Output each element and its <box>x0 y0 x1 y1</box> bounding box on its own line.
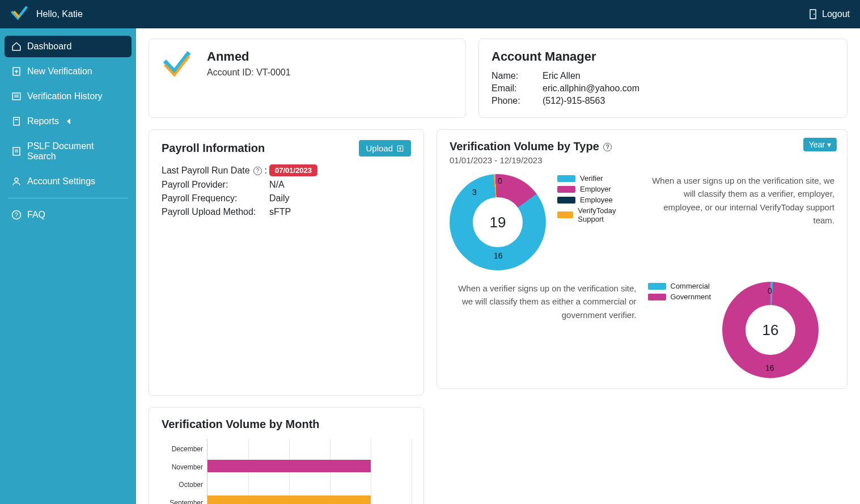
label: Payroll Upload Method: <box>162 207 269 217</box>
label: Email: <box>492 83 543 94</box>
document-icon <box>11 116 22 126</box>
label: Payroll Provider: <box>162 180 269 190</box>
sidebar-item-verification-history[interactable]: Verification History <box>5 86 132 107</box>
sidebar-item-label: New Verification <box>27 66 92 77</box>
value: sFTP <box>269 207 411 217</box>
value: Daily <box>269 193 411 204</box>
volume-by-month-card: Verification Volume by Month 012345Decem… <box>149 407 424 504</box>
help-icon[interactable]: ? <box>253 167 262 175</box>
legend-verifier-type: Commercial Government <box>648 282 711 303</box>
document-search-icon <box>11 146 22 156</box>
sidebar-item-faq[interactable]: ? FAQ <box>5 204 132 226</box>
chevron-left-icon <box>67 118 70 124</box>
card-title: Verification Volume by Type ? <box>450 140 612 153</box>
label: Payroll Frequency: <box>162 193 269 204</box>
year-dropdown[interactable]: Year ▾ <box>803 138 837 151</box>
explain-user-type: When a user signs up on the verification… <box>648 174 835 270</box>
plus-file-icon <box>11 66 22 77</box>
topbar: Hello, Katie Logout <box>0 0 860 28</box>
value: N/A <box>269 180 411 190</box>
help-icon[interactable]: ? <box>603 143 612 151</box>
value: (512)-915-8563 <box>543 96 834 106</box>
sidebar-item-label: Reports <box>27 116 59 126</box>
card-title: Payroll Information <box>162 142 265 155</box>
svg-rect-0 <box>810 10 816 19</box>
donut-label-verifier: 16 <box>494 251 503 260</box>
sidebar: Dashboard New Verification Verification … <box>0 28 136 504</box>
list-icon <box>11 91 22 101</box>
home-icon <box>11 41 22 52</box>
bar-chart: 012345DecemberNovemberOctoberSeptemberAu… <box>162 439 411 504</box>
svg-rect-8 <box>14 117 20 125</box>
sidebar-item-account-settings[interactable]: Account Settings <box>5 171 132 192</box>
label: Name: <box>492 71 543 81</box>
user-icon <box>11 176 22 187</box>
caret-down-icon: ▾ <box>827 140 831 149</box>
label: Phone: <box>492 96 543 106</box>
upload-icon <box>396 145 404 153</box>
logout-button[interactable]: Logout <box>810 9 850 19</box>
donut-verifier-type: 16 0 16 <box>722 282 819 378</box>
sidebar-item-label: Account Settings <box>27 176 95 187</box>
company-name: Anmed <box>207 49 291 64</box>
sidebar-separator <box>8 198 128 198</box>
logo-icon <box>10 5 28 23</box>
donut-total: 19 <box>473 197 523 247</box>
svg-point-1 <box>814 14 815 15</box>
donut-label-employer: 3 <box>472 188 477 197</box>
donut-total: 16 <box>745 305 795 355</box>
explain-verifier-type: When a verifier signs up on the verifica… <box>450 282 637 378</box>
volume-by-type-card: Verification Volume by Type ? Year ▾ 01/… <box>437 129 848 389</box>
sidebar-item-label: Verification History <box>27 91 103 101</box>
sidebar-item-label: PSLF Document Search <box>27 141 125 162</box>
hello-user: Hello, Katie <box>36 9 83 19</box>
sidebar-item-label: Dashboard <box>27 41 71 52</box>
sidebar-item-dashboard[interactable]: Dashboard <box>5 36 132 57</box>
door-icon <box>810 9 819 19</box>
donut-user-type: 19 3 0 16 <box>450 174 546 270</box>
card-title: Account Manager <box>492 49 834 64</box>
payroll-card: Payroll Information Upload Last Payroll … <box>149 129 424 396</box>
value: Eric Allen <box>543 71 834 81</box>
date-range: 01/01/2023 - 12/19/2023 <box>450 155 834 165</box>
company-card: Anmed Account ID: VT-0001 <box>149 39 466 118</box>
value: eric.allphin@yahoo.com <box>543 83 834 94</box>
legend-user-type: Verifier Employer Employee VerifyToday S… <box>557 174 637 226</box>
logo-icon <box>162 49 192 82</box>
svg-text:?: ? <box>15 211 18 218</box>
last-payroll-badge: 07/01/2023 <box>269 164 317 176</box>
label: Last Payroll Run Date ? : <box>162 166 269 176</box>
sidebar-item-reports[interactable]: Reports <box>5 111 132 132</box>
company-account-id: Account ID: VT-0001 <box>207 67 291 78</box>
donut-label-government: 16 <box>765 363 774 372</box>
question-icon: ? <box>11 210 22 220</box>
sidebar-item-label: FAQ <box>27 210 45 220</box>
svg-point-13 <box>15 178 18 181</box>
sidebar-item-pslf[interactable]: PSLF Document Search <box>5 135 132 167</box>
donut-label-support: 0 <box>498 176 502 185</box>
card-title: Verification Volume by Month <box>162 418 411 431</box>
donut-label-commercial: 0 <box>768 286 772 295</box>
main-content: Anmed Account ID: VT-0001 Account Manage… <box>136 28 860 504</box>
account-manager-card: Account Manager Name: Eric Allen Email: … <box>478 39 848 118</box>
upload-button[interactable]: Upload <box>359 140 411 156</box>
sidebar-item-new-verification[interactable]: New Verification <box>5 61 132 82</box>
